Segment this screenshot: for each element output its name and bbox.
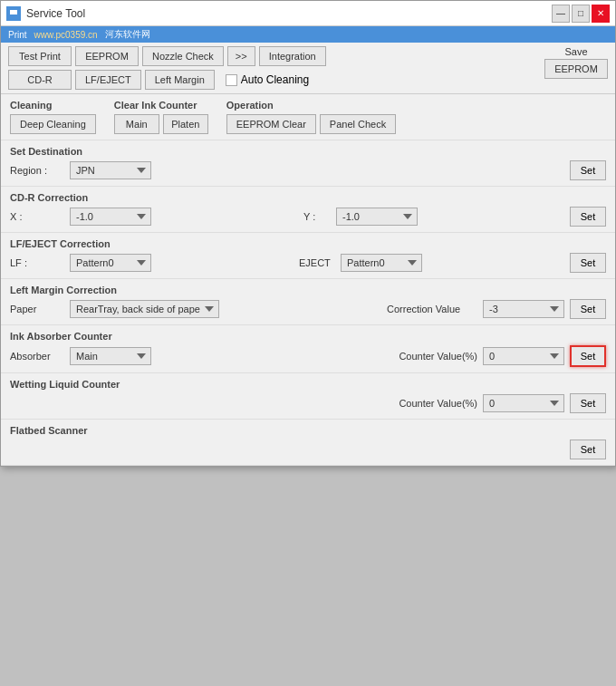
lf-eject-set-button[interactable]: Set (570, 253, 606, 273)
y-select[interactable]: -1.0 -0.5 0.0 0.5 1.0 (336, 208, 418, 226)
arrow-button[interactable]: >> (227, 46, 255, 66)
correction-value-label: Correction Value (387, 304, 477, 314)
cleaning-buttons: Deep Cleaning (10, 114, 96, 134)
set-destination-button[interactable]: Set (570, 160, 606, 180)
auto-cleaning-container: Auto Cleaning (226, 73, 309, 86)
set-destination-title: Set Destination (10, 146, 606, 157)
paper-label: Paper (10, 304, 64, 314)
left-margin-title: Left Margin Correction (10, 285, 606, 295)
cdr-correction-row: X : -1.0 -0.5 0.0 0.5 1.0 Y : -1.0 -0.5 … (10, 207, 606, 227)
correction-value-select[interactable]: -3 -2 -1 0 1 2 3 (483, 300, 564, 318)
operation-title: Operation (226, 100, 396, 111)
deep-cleaning-button[interactable]: Deep Cleaning (10, 114, 96, 134)
left-margin-row: Paper RearTray, back side of pape FrontT… (10, 299, 606, 319)
operations-section: Cleaning Deep Cleaning Clear Ink Counter… (1, 94, 615, 140)
cd-r-button[interactable]: CD-R (8, 70, 72, 90)
window-controls: — □ ✕ (552, 5, 610, 23)
wetting-liquid-section: Wetting Liquid Counter Counter Value(%) … (1, 373, 615, 420)
eeprom-clear-button[interactable]: EEPROM Clear (226, 114, 316, 134)
wetting-liquid-title: Wetting Liquid Counter (10, 379, 606, 390)
watermark-prefix: Print (8, 30, 27, 40)
watermark-bar: Print www.pc0359.cn 河东软件网 (1, 26, 615, 43)
cdr-correction-section: CD-R Correction X : -1.0 -0.5 0.0 0.5 1.… (1, 187, 615, 233)
set-destination-row: Region : JPN USA EUR AUS Set (10, 160, 606, 180)
flatbed-scanner-title: Flatbed Scanner (10, 425, 606, 436)
cdr-correction-title: CD-R Correction (10, 192, 606, 203)
platen-button[interactable]: Platen (163, 114, 208, 134)
lf-eject-row: LF : Pattern0 Pattern1 Pattern2 EJECT Pa… (10, 253, 606, 273)
y-label: Y : (303, 211, 331, 222)
x-label: X : (10, 211, 64, 222)
operation-group: Operation EEPROM Clear Panel Check (226, 100, 396, 134)
absorber-select[interactable]: Main Sub (70, 347, 151, 365)
lf-eject-button[interactable]: LF/EJECT (75, 70, 141, 90)
flatbed-scanner-row: Set (10, 440, 606, 459)
eject-select[interactable]: Pattern0 Pattern1 Pattern2 (341, 254, 422, 272)
lf-label: LF : (10, 257, 64, 268)
eject-label: EJECT (299, 257, 335, 268)
paper-select[interactable]: RearTray, back side of pape FrontTray Ca… (70, 300, 219, 318)
ink-absorber-row: Absorber Main Sub Counter Value(%) 0 10 … (10, 345, 606, 367)
ink-counter-label: Counter Value(%) (399, 351, 477, 362)
region-select[interactable]: JPN USA EUR AUS (70, 161, 151, 179)
window-title: Service Tool (26, 7, 85, 20)
ink-absorber-title: Ink Absorber Counter (10, 331, 606, 342)
clear-ink-group: Clear Ink Counter Main Platen (114, 100, 208, 134)
app-icon (6, 6, 21, 21)
svg-rect-1 (10, 10, 17, 14)
wetting-liquid-row: Counter Value(%) 0 10 20 50 100 Set (10, 393, 606, 413)
flatbed-scanner-section: Flatbed Scanner Set (1, 420, 615, 466)
wetting-counter-label: Counter Value(%) (399, 398, 477, 409)
eeprom-button[interactable]: EEPROM (75, 46, 139, 66)
set-destination-section: Set Destination Region : JPN USA EUR AUS… (1, 140, 615, 187)
ink-absorber-set-button[interactable]: Set (570, 345, 606, 367)
flatbed-set-button[interactable]: Set (570, 440, 606, 459)
main-window: Service Tool — □ ✕ Print www.pc0359.cn 河… (0, 0, 616, 467)
save-eeprom-button[interactable]: EEPROM (544, 59, 608, 79)
title-bar: Service Tool — □ ✕ (1, 1, 615, 26)
cleaning-group: Cleaning Deep Cleaning (10, 100, 96, 134)
region-label: Region : (10, 165, 64, 176)
left-margin-button[interactable]: Left Margin (145, 70, 215, 90)
save-label: Save (564, 46, 587, 57)
watermark-site: www.pc0359.cn (34, 30, 98, 40)
auto-cleaning-checkbox[interactable] (226, 74, 237, 86)
maximize-button[interactable]: □ (572, 5, 590, 23)
cleaning-title: Cleaning (10, 100, 96, 111)
panel-check-button[interactable]: Panel Check (320, 114, 396, 134)
clear-ink-buttons: Main Platen (114, 114, 208, 134)
lf-eject-title: LF/EJECT Correction (10, 238, 606, 249)
cdr-set-button[interactable]: Set (570, 207, 606, 227)
operation-buttons: EEPROM Clear Panel Check (226, 114, 396, 134)
left-margin-section: Left Margin Correction Paper RearTray, b… (1, 279, 615, 325)
lf-select[interactable]: Pattern0 Pattern1 Pattern2 (70, 254, 151, 272)
test-print-button[interactable]: Test Print (8, 46, 72, 66)
watermark-label: 河东软件网 (105, 28, 150, 41)
clear-ink-title: Clear Ink Counter (114, 100, 208, 111)
x-select[interactable]: -1.0 -0.5 0.0 0.5 1.0 (70, 208, 151, 226)
close-button[interactable]: ✕ (592, 5, 610, 23)
wetting-counter-select[interactable]: 0 10 20 50 100 (483, 394, 564, 412)
integration-button[interactable]: Integration (259, 46, 326, 66)
ink-absorber-section: Ink Absorber Counter Absorber Main Sub C… (1, 325, 615, 373)
absorber-label: Absorber (10, 351, 64, 362)
auto-cleaning-label: Auto Cleaning (241, 73, 309, 86)
lf-eject-section: LF/EJECT Correction LF : Pattern0 Patter… (1, 233, 615, 279)
main-button[interactable]: Main (114, 114, 159, 134)
ink-counter-select[interactable]: 0 10 20 50 100 (483, 347, 564, 365)
title-bar-left: Service Tool (6, 6, 85, 21)
left-margin-set-button[interactable]: Set (570, 299, 606, 319)
minimize-button[interactable]: — (552, 5, 570, 23)
nozzle-check-button[interactable]: Nozzle Check (142, 46, 224, 66)
wetting-set-button[interactable]: Set (570, 393, 606, 413)
